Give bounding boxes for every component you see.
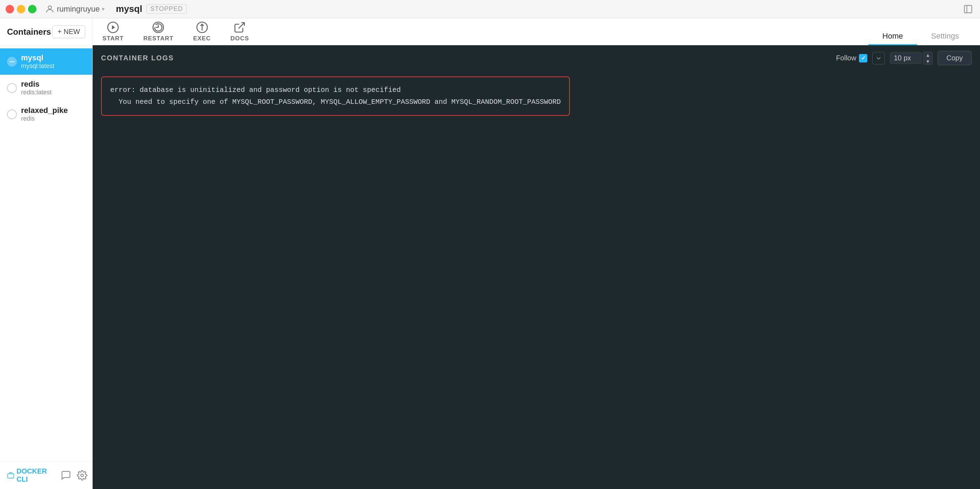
container-info-mysql: mysql mysql:latest xyxy=(21,53,54,70)
log-area: CONTAINER LOGS Follow ▲ xyxy=(92,45,980,489)
username-label: rumingruyue xyxy=(57,5,100,14)
user-chevron-icon: ▾ xyxy=(102,6,105,12)
container-name-relaxed-pike: relaxed_pike xyxy=(21,106,68,115)
svg-rect-3 xyxy=(8,474,14,478)
font-size-control: ▲ ▼ xyxy=(890,52,932,65)
titlebar: rumingruyue ▾ mysql STOPPED xyxy=(0,0,980,18)
container-info-relaxed-pike: relaxed_pike redis xyxy=(21,106,68,122)
copy-button[interactable]: Copy xyxy=(937,51,972,65)
font-size-stepper[interactable]: ▲ ▼ xyxy=(923,52,932,65)
exec-label: EXEC xyxy=(193,35,210,42)
exec-button[interactable]: EXEC xyxy=(183,18,220,45)
content-area: START RESTART E xyxy=(92,18,980,489)
docker-cli-label: DOCKER CLI xyxy=(16,467,49,483)
container-status-icon-mysql xyxy=(7,57,17,67)
svg-line-9 xyxy=(239,23,245,29)
docs-button[interactable]: DOCS xyxy=(221,18,259,45)
container-list: mysql mysql:latest redis redis:latest re… xyxy=(0,46,92,461)
top-bar: START RESTART E xyxy=(92,18,980,45)
sidebar-title: Containers xyxy=(7,27,51,37)
svg-rect-1 xyxy=(964,5,972,13)
new-container-button[interactable]: + NEW xyxy=(52,25,85,38)
container-tag-redis: redis:latest xyxy=(21,89,52,96)
log-error-text: error: database is uninitialized and pas… xyxy=(110,84,561,108)
font-size-down[interactable]: ▼ xyxy=(923,58,932,65)
sidebar-header: Containers + NEW xyxy=(0,18,92,46)
docker-cli-button[interactable]: DOCKER CLI xyxy=(7,467,49,483)
container-info-redis: redis redis:latest xyxy=(21,79,52,96)
sidebar-item-relaxed-pike[interactable]: relaxed_pike redis xyxy=(0,101,92,127)
main-layout: Containers + NEW mysql mysql:latest redi… xyxy=(0,18,980,489)
svg-point-4 xyxy=(81,474,84,477)
log-error-box: error: database is uninitialized and pas… xyxy=(101,76,570,116)
sidebar-item-mysql[interactable]: mysql mysql:latest xyxy=(0,48,92,75)
start-label: START xyxy=(102,35,124,42)
scroll-down-button[interactable] xyxy=(872,52,885,65)
container-tag-mysql: mysql:latest xyxy=(21,62,54,70)
sidebar: Containers + NEW mysql mysql:latest redi… xyxy=(0,18,92,489)
sidebar-footer: DOCKER CLI xyxy=(0,461,92,489)
maximize-button[interactable] xyxy=(28,5,37,13)
font-size-up[interactable]: ▲ xyxy=(923,52,932,58)
start-button[interactable]: START xyxy=(92,18,133,45)
tab-settings[interactable]: Settings xyxy=(917,28,973,45)
container-status-icon-relaxed-pike xyxy=(7,110,17,119)
font-size-input[interactable] xyxy=(890,52,921,64)
restart-button[interactable]: RESTART xyxy=(133,18,183,45)
minimize-button[interactable] xyxy=(17,5,25,13)
log-title: CONTAINER LOGS xyxy=(101,54,174,62)
docs-label: DOCS xyxy=(231,35,249,42)
container-status-badge: STOPPED xyxy=(146,4,187,14)
tab-home[interactable]: Home xyxy=(869,28,917,45)
log-header: CONTAINER LOGS Follow ▲ xyxy=(92,45,980,71)
svg-point-0 xyxy=(48,6,51,9)
close-button[interactable] xyxy=(6,5,14,13)
sidebar-item-redis[interactable]: redis redis:latest xyxy=(0,75,92,101)
settings-button[interactable] xyxy=(77,470,88,481)
collapse-button[interactable] xyxy=(962,3,974,16)
container-name-redis: redis xyxy=(21,79,52,89)
log-follow-control[interactable]: Follow xyxy=(836,54,868,62)
container-title: mysql xyxy=(116,3,142,14)
restart-label: RESTART xyxy=(143,35,173,42)
chat-button[interactable] xyxy=(61,470,71,481)
tabs: Home Settings xyxy=(869,18,980,45)
container-name-mysql: mysql xyxy=(21,53,54,62)
log-content: error: database is uninitialized and pas… xyxy=(92,71,980,489)
container-status-icon-redis xyxy=(7,83,17,93)
container-tag-relaxed-pike: redis xyxy=(21,115,68,122)
traffic-lights xyxy=(6,5,37,13)
svg-marker-6 xyxy=(112,25,115,29)
log-controls: Follow ▲ ▼ Cop xyxy=(836,51,972,65)
follow-label: Follow xyxy=(836,54,856,62)
user-menu[interactable]: rumingruyue ▾ xyxy=(45,4,105,14)
toolbar: START RESTART E xyxy=(92,18,869,45)
follow-checkbox[interactable] xyxy=(859,54,867,62)
